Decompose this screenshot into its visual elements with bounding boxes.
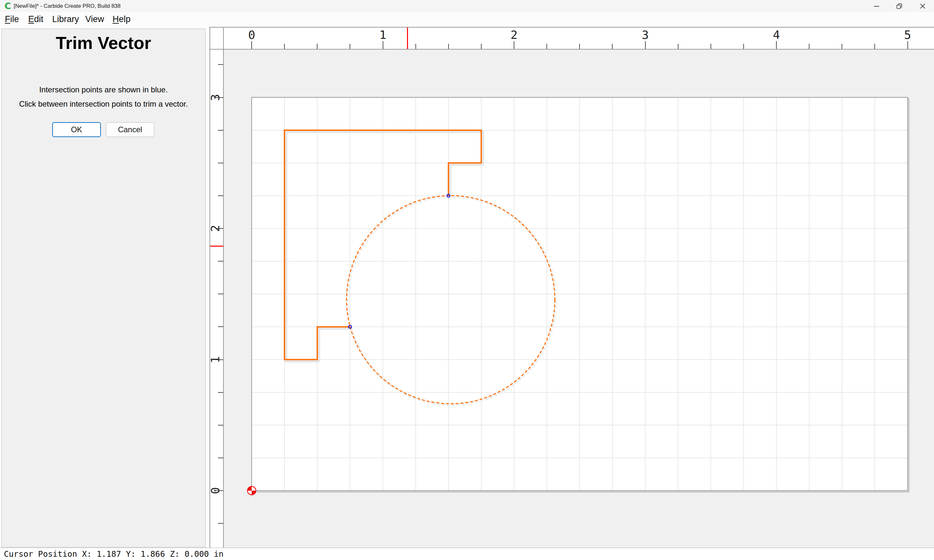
page-title: Trim Vector xyxy=(2,33,205,53)
instruction-line-2: Click between intersection points to tri… xyxy=(2,97,205,111)
ruler-tick xyxy=(218,64,223,65)
ruler-tick xyxy=(218,523,223,524)
ruler-tick xyxy=(251,41,252,49)
ruler-tick xyxy=(415,44,416,49)
ruler-tick xyxy=(874,44,875,49)
ruler-tick xyxy=(481,44,482,49)
ruler-tick xyxy=(284,44,285,49)
ruler-label: 1 xyxy=(210,356,222,363)
close-icon xyxy=(919,2,926,10)
drawing-canvas[interactable] xyxy=(224,49,934,548)
ruler-tick xyxy=(350,44,350,49)
ruler-label: 0 xyxy=(248,28,255,42)
window-title: [NewFile]* - Carbide Create PRO, Build 8… xyxy=(14,0,121,12)
close-button[interactable] xyxy=(911,0,934,12)
ruler-tick xyxy=(218,392,223,393)
ruler-label: 1 xyxy=(379,28,387,42)
ruler-tick xyxy=(218,425,223,426)
ruler-tick xyxy=(448,44,449,49)
vector-canvas-svg xyxy=(224,49,934,548)
trim-vector-panel: Trim Vector Intersection points are show… xyxy=(1,29,206,548)
cancel-button[interactable]: Cancel xyxy=(106,122,154,137)
ruler-tick xyxy=(218,195,223,196)
ruler-tick xyxy=(711,44,711,49)
ruler-tick xyxy=(218,326,223,327)
ruler-tick xyxy=(678,44,678,49)
cursor-position-readout: Cursor Position X: 1.187 Y: 1.866 Z: 0.0… xyxy=(4,548,223,560)
ruler-tick xyxy=(612,44,613,49)
ruler-tick xyxy=(218,458,223,458)
ruler-tick xyxy=(383,41,383,49)
menu-item-library[interactable]: Library xyxy=(52,12,79,27)
ruler-tick xyxy=(218,130,223,131)
ruler-tick xyxy=(743,44,744,49)
menu-item-help[interactable]: Help xyxy=(113,12,131,27)
instruction-line-1: Intersection points are shown in blue. xyxy=(2,83,205,97)
ruler-label: 3 xyxy=(642,28,649,42)
ruler-label: 4 xyxy=(773,28,780,42)
minimize-button[interactable] xyxy=(865,0,888,12)
ruler-label: 2 xyxy=(510,28,518,42)
ruler-tick xyxy=(908,41,908,49)
vertical-ruler: 0123 xyxy=(210,49,224,548)
horizontal-ruler: 012345 xyxy=(224,27,934,49)
ruler-tick xyxy=(645,41,646,49)
menu-item-edit[interactable]: Edit xyxy=(28,12,43,27)
menu-item-file[interactable]: File xyxy=(5,12,19,27)
panel-instructions: Intersection points are shown in blue. C… xyxy=(2,83,205,111)
ruler-label: 0 xyxy=(210,487,222,494)
ruler-tick xyxy=(218,261,223,262)
ruler-tick xyxy=(776,41,777,49)
menu-item-view[interactable]: View xyxy=(85,12,104,27)
status-bar: Cursor Position X: 1.187 Y: 1.866 Z: 0.0… xyxy=(0,548,934,560)
ruler-label: 2 xyxy=(210,225,222,232)
ruler-tick xyxy=(317,44,317,49)
title-bar: C [NewFile]* - Carbide Create PRO, Build… xyxy=(0,0,934,12)
cursor-marker-y xyxy=(210,246,223,247)
app-logo-icon: C xyxy=(3,1,12,11)
ruler-label: 5 xyxy=(904,28,911,42)
cursor-marker-x xyxy=(407,28,408,49)
ruler-tick xyxy=(842,44,842,49)
restore-icon xyxy=(895,2,903,10)
ruler-label: 3 xyxy=(210,94,222,101)
ruler-tick xyxy=(218,163,223,163)
ruler-tick xyxy=(579,44,580,49)
ruler-corner-box xyxy=(210,27,224,49)
minimize-icon xyxy=(873,2,880,10)
ruler-tick xyxy=(809,44,809,49)
ruler-tick xyxy=(514,41,514,49)
ok-button[interactable]: OK xyxy=(52,122,101,137)
ruler-tick xyxy=(218,294,223,294)
menu-bar: FileEditLibraryViewHelp xyxy=(0,12,934,27)
restore-button[interactable] xyxy=(888,0,911,12)
ruler-tick xyxy=(546,44,547,49)
